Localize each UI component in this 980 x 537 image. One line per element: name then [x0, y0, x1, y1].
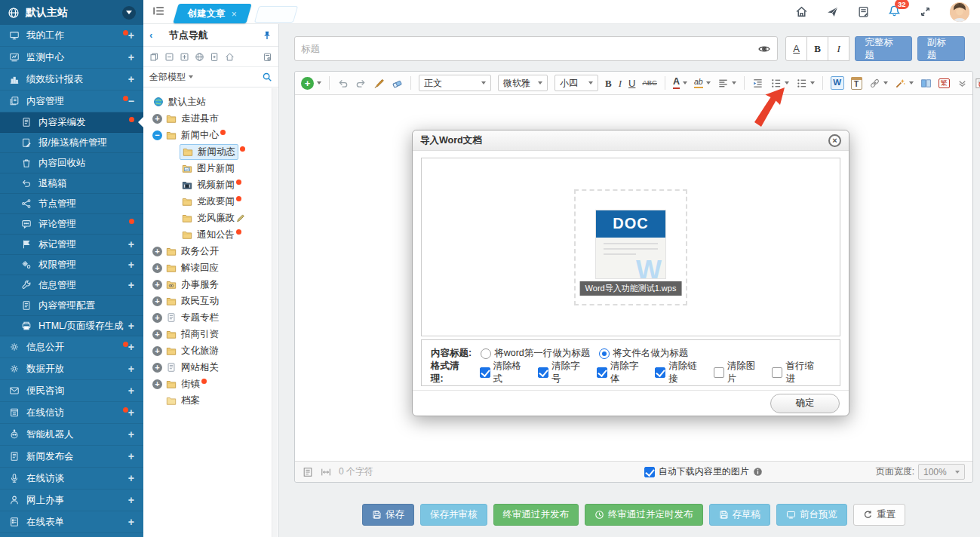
confirm-button[interactable]: 确定 — [770, 394, 840, 413]
collapse-all-icon[interactable] — [164, 52, 174, 62]
site-switcher[interactable]: 默认主站 — [0, 0, 143, 25]
tree-node[interactable]: 视频新闻 — [146, 176, 275, 193]
sidebar-item[interactable]: 内容回收站 — [0, 153, 143, 173]
tree-expander[interactable]: + — [152, 114, 162, 124]
autoclean-button[interactable] — [895, 78, 914, 89]
new-doc-icon[interactable] — [210, 52, 220, 62]
checkbox-icon[interactable] — [480, 367, 490, 378]
checkbox-icon[interactable] — [655, 367, 665, 378]
clean-option[interactable]: 清除链接 — [655, 360, 705, 385]
sidebar-item[interactable]: 退稿箱 — [0, 173, 143, 194]
quick-send-icon[interactable] — [826, 5, 839, 18]
tree-node[interactable]: +解读回应 — [146, 259, 275, 276]
notifications-bell[interactable]: 32 — [888, 5, 901, 20]
auto-download-checkbox[interactable] — [644, 467, 655, 477]
more-tools-button[interactable] — [957, 78, 968, 89]
tree-node[interactable]: +办事服务 — [146, 276, 275, 293]
tree-expander[interactable]: + — [152, 330, 162, 339]
search-icon[interactable] — [262, 72, 272, 82]
pin-panel-icon[interactable] — [262, 30, 272, 41]
sidebar-item[interactable]: 内容管理配置 — [0, 296, 143, 316]
radio-icon[interactable] — [481, 348, 491, 359]
tree-node[interactable]: +网站相关 — [146, 359, 275, 376]
find-replace-button[interactable] — [975, 78, 980, 89]
tree-expander[interactable]: + — [152, 363, 162, 373]
tree-node[interactable]: −新闻中心 — [146, 127, 275, 143]
collapse-sidebar-icon[interactable] — [122, 6, 136, 20]
subtitle-button[interactable]: 副标题 — [917, 36, 965, 61]
sidebar-item[interactable]: 报/推送稿件管理 — [0, 133, 143, 153]
sidebar-item[interactable]: 信息公开+ — [0, 336, 143, 358]
tree-expander[interactable]: + — [152, 346, 162, 356]
element-path-icon[interactable] — [303, 467, 313, 477]
sidebar-item[interactable]: 权限管理+ — [0, 255, 143, 275]
bold-button[interactable]: B — [605, 78, 612, 88]
checkbox-icon[interactable] — [714, 367, 724, 378]
tree-node[interactable]: 党风廉政 — [146, 210, 275, 226]
undo-icon[interactable] — [337, 78, 349, 89]
underline-button[interactable]: U — [628, 78, 635, 88]
tree-node[interactable]: 通知公告 — [146, 226, 275, 243]
insert-object-button[interactable]: + — [301, 77, 321, 90]
paste-text-button[interactable]: T — [851, 77, 862, 90]
site-globe-icon[interactable] — [195, 52, 204, 62]
tab-create-article[interactable]: 创建文章× — [173, 4, 251, 23]
simp-trad-button[interactable]: 繁 — [939, 78, 950, 88]
action-button-保存[interactable]: 保存 — [362, 504, 414, 526]
clean-option[interactable]: 清除格式 — [480, 360, 530, 385]
upload-dropzone[interactable]: DOC W Word导入功能测试1.wps — [421, 158, 840, 336]
clean-option[interactable]: 首行缩进 — [772, 360, 822, 385]
word-import-button[interactable]: W — [831, 76, 844, 90]
sidebar-item[interactable]: 监测中心+ — [0, 47, 143, 69]
highlight-button[interactable]: ab — [694, 78, 711, 88]
clean-option[interactable]: 清除字体 — [597, 360, 647, 385]
indent-button[interactable] — [752, 78, 763, 89]
tree-node[interactable]: +专题专栏 — [146, 309, 275, 326]
tree-node[interactable]: +走进县市 — [146, 110, 275, 127]
model-filter-select[interactable]: 全部模型 — [149, 71, 193, 84]
tree-expander[interactable]: − — [152, 130, 162, 140]
title-input[interactable] — [301, 44, 757, 54]
clean-option[interactable]: 清除图片 — [714, 360, 763, 385]
sidebar-item[interactable]: 节点管理 — [0, 194, 143, 214]
sidebar-item[interactable]: 绩效统计报表+ — [0, 69, 143, 91]
draft-report-icon[interactable] — [857, 5, 870, 18]
redo-icon[interactable] — [355, 78, 367, 89]
sidebar-item[interactable]: 信息管理+ — [0, 275, 143, 296]
sidebar-item[interactable]: 在线信访+ — [0, 402, 143, 424]
sidebar-item[interactable]: 数据开放+ — [0, 358, 143, 380]
tree-expander[interactable]: + — [152, 379, 162, 389]
clean-option[interactable]: 清除字号 — [538, 360, 588, 385]
tree-node[interactable]: +招商引资 — [146, 326, 275, 342]
italic-button[interactable]: I — [619, 78, 622, 88]
checkbox-icon[interactable] — [772, 367, 782, 378]
page-width-select[interactable]: 100% — [918, 464, 965, 480]
tree-scrollbar[interactable] — [272, 88, 278, 537]
sidebar-item[interactable]: 内容管理− — [0, 91, 143, 112]
sidebar-item[interactable]: 内容采编发 — [0, 112, 143, 133]
title-source-option[interactable]: 将word第一行做为标题 — [481, 347, 590, 360]
sidebar-item[interactable]: 在线访谈+ — [0, 468, 143, 489]
user-avatar[interactable] — [950, 2, 969, 22]
tree-expander[interactable]: + — [152, 263, 162, 273]
node-config-icon[interactable] — [263, 52, 272, 62]
font-family-select[interactable]: 微软雅 — [498, 75, 548, 91]
paragraph-select[interactable]: 正文 — [419, 75, 491, 91]
tab-close-icon[interactable]: × — [232, 8, 237, 19]
fullscreen-icon[interactable] — [919, 5, 932, 18]
action-button-保存并审核[interactable]: 保存并审核 — [420, 504, 487, 526]
toggle-panel-icon[interactable] — [152, 5, 165, 20]
tree-expander[interactable]: + — [152, 247, 162, 256]
columns-button[interactable] — [920, 78, 932, 89]
format-painter-icon[interactable] — [373, 78, 385, 89]
tree-node[interactable]: 图片新闻 — [146, 160, 275, 176]
action-button-终审通过并定时发布[interactable]: 终审通过并定时发布 — [585, 504, 703, 526]
tree-node[interactable]: +文化旅游 — [146, 342, 275, 359]
unordered-list-button[interactable] — [796, 78, 815, 89]
tree-expander[interactable]: + — [152, 280, 162, 290]
title-source-option[interactable]: 将文件名做为标题 — [599, 347, 688, 360]
sidebar-item[interactable]: 便民咨询+ — [0, 380, 143, 402]
font-color-button[interactable]: A — [673, 77, 687, 89]
font-size-select[interactable]: 小四 — [555, 75, 598, 91]
expand-all-icon[interactable] — [180, 52, 189, 62]
